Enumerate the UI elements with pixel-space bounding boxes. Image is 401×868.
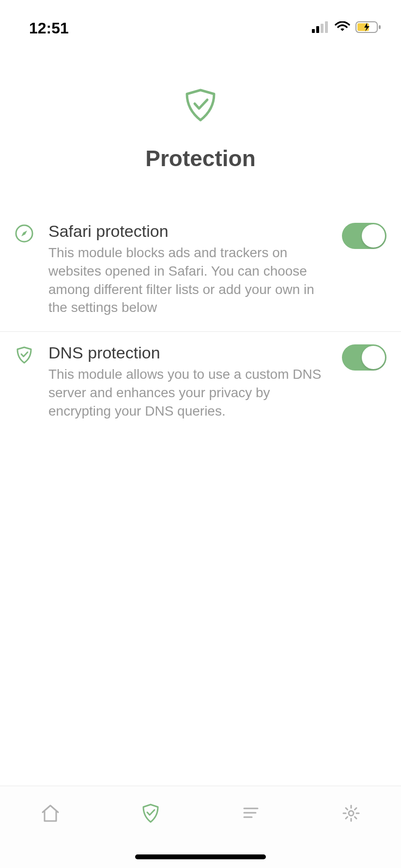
status-bar: 12:51 <box>0 0 401 43</box>
gear-icon <box>340 803 362 826</box>
cellular-signal-icon <box>312 21 329 35</box>
svg-rect-2 <box>321 24 324 33</box>
tab-settings[interactable] <box>337 800 366 829</box>
svg-rect-3 <box>325 21 328 33</box>
tab-home[interactable] <box>36 800 65 829</box>
svg-rect-0 <box>312 29 315 33</box>
home-icon <box>40 803 61 826</box>
module-title: DNS protection <box>48 343 332 362</box>
wifi-icon <box>334 21 351 35</box>
module-description: This module allows you to use a custom D… <box>48 365 332 420</box>
status-time: 12:51 <box>29 19 69 37</box>
page-title: Protection <box>145 145 255 171</box>
list-icon <box>240 803 262 826</box>
svg-rect-1 <box>316 26 319 33</box>
shield-check-icon <box>140 803 161 826</box>
tab-protection[interactable] <box>136 800 165 829</box>
compass-icon <box>15 224 34 243</box>
module-content: DNS protection This module allows you to… <box>48 343 342 420</box>
home-indicator[interactable] <box>135 854 266 859</box>
module-title: Safari protection <box>48 222 332 241</box>
module-content: Safari protection This module blocks ads… <box>48 222 342 317</box>
battery-charging-icon <box>355 21 382 35</box>
svg-rect-6 <box>379 25 381 29</box>
dns-protection-toggle[interactable] <box>342 344 386 371</box>
shield-check-icon <box>15 345 34 365</box>
module-list: Safari protection This module blocks ads… <box>0 210 401 435</box>
module-item-dns[interactable]: DNS protection This module allows you to… <box>0 332 401 434</box>
header: Protection <box>0 43 401 196</box>
module-item-safari[interactable]: Safari protection This module blocks ads… <box>0 210 401 332</box>
module-description: This module blocks ads and trackers on w… <box>48 244 332 317</box>
tab-activity[interactable] <box>236 800 265 829</box>
svg-point-11 <box>349 811 354 816</box>
status-icons <box>312 21 382 35</box>
shield-check-hero-icon <box>181 86 220 127</box>
safari-protection-toggle[interactable] <box>342 223 386 249</box>
